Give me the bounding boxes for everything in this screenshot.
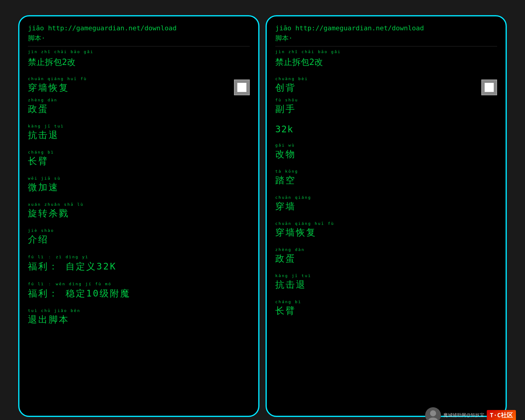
left-subtitle-text: 脚本·: [28, 34, 45, 42]
left-item-6-hanzi[interactable]: 福利： 自定义32K: [28, 260, 250, 273]
right-url: http://gameguardian.net/download: [295, 24, 424, 32]
left-item-3-hanzi[interactable]: 微加速: [28, 181, 250, 194]
right-item-4-hanzi[interactable]: 穿墙: [275, 200, 497, 213]
left-item-1-pinyin: kàng jī tuì: [28, 124, 250, 128]
right-item-5-pinyin: chuān qiáng huī fù: [275, 221, 497, 226]
left-item-4: xuán zhuǎn shā lù 旋转杀戮: [28, 202, 250, 220]
left-toggle-button[interactable]: [234, 80, 250, 95]
right-item-5: chuān qiáng huī fù 穿墙恢复: [275, 221, 497, 239]
right-menu-title-pinyin: jìn zhǐ chāi bāo gǎi: [275, 49, 497, 54]
left-item-7-hanzi[interactable]: 福利： 稳定10级附魔: [28, 287, 250, 300]
right-item-0: fù shǒu 副手: [275, 98, 497, 115]
right-header-url: jiāo http://gameguardian.net/download: [275, 24, 497, 33]
left-toggle-item: chuān qiáng huī fù 穿墙恢复: [28, 76, 87, 94]
left-phone-content: jiāo http://gameguardian.net/download 脚本…: [28, 24, 250, 326]
right-menu-title: 禁止拆包2改: [275, 56, 497, 68]
right-toggle-row: chuàng bèi 创背: [275, 76, 497, 95]
left-item-6-pinyin: fú lì ： zì dìng yì: [28, 254, 250, 260]
right-item-2-hanzi[interactable]: 改物: [275, 148, 497, 161]
tc-badge: T·C社区: [487, 410, 516, 420]
left-menu-title: 禁止拆包2改: [28, 56, 250, 68]
left-item-2-hanzi[interactable]: 长臂: [28, 155, 250, 168]
left-toggle-pinyin: chuān qiáng huī fù: [28, 76, 87, 81]
left-toggle-hanzi: 穿墙恢复: [28, 82, 87, 94]
right-toggle-item: chuàng bèi 创背: [275, 76, 308, 94]
right-item-8: cháng bì 长臂: [275, 300, 497, 317]
left-phone: jiāo http://gameguardian.net/download 脚本…: [18, 15, 259, 417]
left-menu-title-block: jìn zhǐ chāi bāo gǎi 禁止拆包2改: [28, 49, 250, 68]
right-pinyin-jiao: jiāo: [275, 24, 291, 32]
left-item-5: jiè shào 介绍: [28, 228, 250, 246]
left-item-2: cháng bì 长臂: [28, 150, 250, 168]
left-item-4-pinyin: xuán zhuǎn shā lù: [28, 202, 250, 207]
left-item-0-pinyin: zhèng dàn: [28, 98, 250, 102]
right-toggle-inner: [485, 83, 494, 92]
watermark: 魔城辅助网@矩妖宝 T·C社区: [425, 407, 516, 420]
right-item-3: tà kōng 踏空: [275, 169, 497, 187]
left-item-0-hanzi[interactable]: 政蛋: [28, 103, 250, 115]
watermark-icon: [425, 407, 441, 420]
watermark-site: 魔城辅助网@矩妖宝: [443, 412, 484, 418]
screen-container: jiāo http://gameguardian.net/download 脚本…: [6, 6, 519, 420]
right-item-5-hanzi[interactable]: 穿墙恢复: [275, 226, 497, 239]
right-menu-title-block: jìn zhǐ chāi bāo gǎi 禁止拆包2改: [275, 49, 497, 68]
right-item-6-hanzi[interactable]: 政蛋: [275, 252, 497, 265]
right-item-4-pinyin: chuān qiáng: [275, 195, 497, 200]
right-toggle-hanzi: 创背: [275, 82, 308, 94]
right-item-1-plain[interactable]: 32k: [275, 124, 497, 134]
right-divider-1: [275, 46, 497, 46]
right-item-7-hanzi[interactable]: 抗击退: [275, 279, 497, 291]
left-item-1-hanzi[interactable]: 抗击退: [28, 129, 250, 141]
svg-point-1: [430, 410, 436, 416]
right-item-6-pinyin: zhèng dàn: [275, 247, 497, 252]
right-item-6: zhèng dàn 政蛋: [275, 247, 497, 265]
left-item-6: fú lì ： zì dìng yì 福利： 自定义32K: [28, 254, 250, 273]
right-subtitle-text: 脚本·: [275, 34, 293, 42]
left-subtitle: 脚本·: [28, 34, 250, 43]
left-item-3: wēi jiā sù 微加速: [28, 176, 250, 194]
left-item-2-pinyin: cháng bì: [28, 150, 250, 154]
left-item-8-hanzi[interactable]: 退出脚本: [28, 313, 250, 326]
right-toggle-button[interactable]: [481, 80, 497, 95]
left-item-5-pinyin: jiè shào: [28, 228, 250, 233]
left-item-4-hanzi[interactable]: 旋转杀戮: [28, 207, 250, 220]
right-subtitle: 脚本·: [275, 34, 497, 43]
right-item-0-hanzi[interactable]: 副手: [275, 103, 497, 115]
right-item-0-pinyin: fù shǒu: [275, 98, 497, 102]
left-toggle-row: chuān qiáng huī fù 穿墙恢复: [28, 76, 250, 95]
right-item-7-pinyin: kàng jī tuì: [275, 273, 497, 278]
right-item-3-hanzi[interactable]: 踏空: [275, 174, 497, 187]
left-menu-title-pinyin: jìn zhǐ chāi bāo gǎi: [28, 49, 250, 54]
right-item-4: chuān qiáng 穿墙: [275, 195, 497, 213]
right-item-7: kàng jī tuì 抗击退: [275, 273, 497, 291]
right-item-2: gǎi wù 改物: [275, 143, 497, 161]
right-item-8-pinyin: cháng bì: [275, 300, 497, 304]
right-item-3-pinyin: tà kōng: [275, 169, 497, 174]
left-item-1: kàng jī tuì 抗击退: [28, 124, 250, 141]
left-pinyin-jiao: jiāo: [28, 24, 44, 32]
left-header-url: jiāo http://gameguardian.net/download: [28, 24, 250, 33]
right-phone-content: jiāo http://gameguardian.net/download 脚本…: [275, 24, 497, 317]
left-item-7: fú lì ： wěn dìng jí fù mó 福利： 稳定10级附魔: [28, 281, 250, 300]
left-item-5-hanzi[interactable]: 介绍: [28, 233, 250, 246]
right-item-1: 32k: [275, 124, 497, 134]
left-item-3-pinyin: wēi jiā sù: [28, 176, 250, 181]
left-item-0: zhèng dàn 政蛋: [28, 98, 250, 115]
left-url: http://gameguardian.net/download: [48, 24, 177, 32]
right-phone: jiāo http://gameguardian.net/download 脚本…: [266, 15, 507, 417]
left-divider-1: [28, 46, 250, 46]
right-toggle-pinyin: chuàng bèi: [275, 76, 308, 81]
left-item-8: tuì chū jiǎo běn 退出脚本: [28, 308, 250, 326]
watermark-avatar-icon: [425, 407, 441, 420]
right-item-8-hanzi[interactable]: 长臂: [275, 305, 497, 317]
left-item-8-pinyin: tuì chū jiǎo běn: [28, 308, 250, 313]
right-item-2-pinyin: gǎi wù: [275, 143, 497, 147]
left-item-7-pinyin: fú lì ： wěn dìng jí fù mó: [28, 281, 250, 287]
left-toggle-inner: [237, 83, 246, 92]
